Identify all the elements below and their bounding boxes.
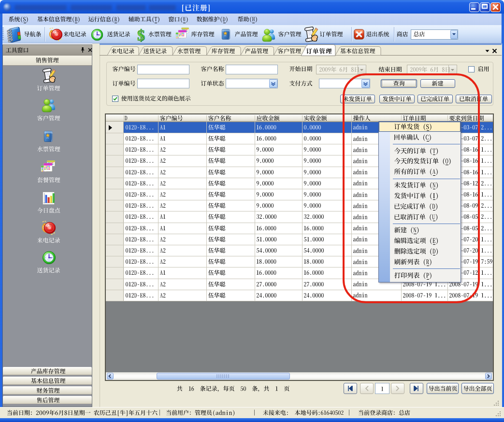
svg-text:$: $	[137, 27, 144, 43]
